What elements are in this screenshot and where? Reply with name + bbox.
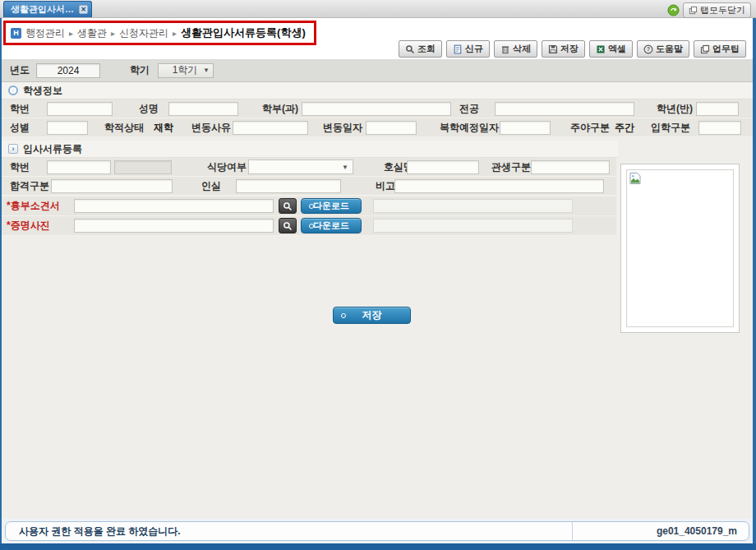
chest-report-download-button[interactable]: 다운로드 — [301, 198, 362, 214]
doc-student-no-input[interactable] — [47, 160, 111, 174]
entry-docs-title: 입사서류등록 — [23, 142, 82, 156]
semester-select[interactable]: 1학기 ▼ — [158, 63, 214, 78]
trash-icon — [500, 44, 510, 54]
entry-docs-row-1: 학번 식당여부 ▼ 호실명 관생구분 — [2, 158, 616, 177]
cafeteria-label: 식당여부 — [199, 160, 248, 174]
academic-status-value: 재학 — [147, 121, 180, 135]
svg-text:?: ? — [647, 46, 650, 52]
id-photo-file-input[interactable] — [74, 219, 274, 233]
note-input[interactable] — [394, 179, 604, 193]
download-label: 다운로드 — [313, 200, 349, 212]
help-icon: ? — [643, 44, 653, 54]
room-capacity-input[interactable] — [236, 179, 341, 193]
section-entry-docs: › 입사서류등록 — [2, 141, 618, 158]
room-capacity-label: 인실 — [193, 179, 236, 193]
pass-type-label: 합격구분 — [2, 179, 51, 193]
admission-type-input[interactable] — [698, 121, 741, 135]
search-button-label: 조회 — [417, 43, 436, 55]
delete-button-label: 삭제 — [513, 43, 531, 55]
return-date-input[interactable] — [500, 121, 551, 135]
id-photo-search-button[interactable] — [279, 218, 297, 233]
save-toolbar-button[interactable]: 저장 — [542, 40, 585, 58]
cafeteria-select[interactable]: ▼ — [248, 159, 353, 174]
button-bullet-icon — [309, 224, 314, 229]
search-button[interactable]: 조회 — [399, 40, 442, 58]
student-no-label: 학번 — [2, 102, 47, 116]
button-bullet-icon — [309, 204, 314, 209]
toolbar: 조회 신규 삭제 저장 엑셀 ? — [399, 40, 746, 58]
change-reason-label: 변동사유 — [183, 121, 233, 135]
status-bar: 사용자 권한 적용을 완료 하였습니다. ge01_4050179_m — [5, 521, 749, 541]
semester-label: 학기 — [130, 63, 150, 77]
section-student-info: 학생정보 — [2, 82, 753, 99]
excel-button[interactable]: 엑셀 — [589, 40, 633, 58]
home-icon: H — [11, 28, 21, 39]
student-no-input[interactable] — [47, 102, 113, 116]
id-photo-row: *증명사진 다운로드 — [2, 216, 616, 236]
chest-report-label: *흉부소견서 — [2, 199, 74, 213]
major-label: 전공 — [451, 102, 495, 116]
chest-report-search-button[interactable] — [279, 198, 297, 214]
worktip-button[interactable]: 업무팁 — [694, 40, 746, 58]
doc-student-no-label: 학번 — [2, 160, 47, 174]
button-bullet-icon — [341, 313, 346, 318]
admission-type-label: 입학구분 — [643, 121, 689, 135]
gender-input[interactable] — [47, 121, 88, 135]
application-window: 생활관입사서… ✕ 탭모두닫기 H 행정관리 ▸ 생활관 — [0, 0, 756, 550]
room-name-input[interactable] — [407, 160, 479, 174]
photo-preview — [620, 164, 740, 333]
year-label: 년도 — [10, 63, 30, 77]
name-label: 성명 — [131, 102, 168, 116]
photo-preview-frame — [626, 169, 734, 327]
tab-label: 생활관입사서… — [11, 3, 79, 16]
delete-button[interactable]: 삭제 — [494, 40, 537, 58]
grade-input[interactable] — [696, 102, 739, 116]
gender-label: 성별 — [2, 121, 47, 135]
year-input[interactable] — [36, 63, 100, 78]
breadcrumb-current-page: 생활관입사서류등록(학생) — [181, 25, 306, 40]
chest-report-row: *흉부소견서 다운로드 — [2, 196, 616, 216]
room-name-label: 호실명 — [376, 160, 407, 174]
download-label: 다운로드 — [313, 220, 349, 232]
return-date-label: 복학예정일자 — [431, 121, 500, 135]
help-button-label: 도움말 — [656, 43, 683, 55]
new-document-icon — [453, 44, 463, 54]
grade-label: 학년(반) — [648, 102, 696, 116]
day-night-label: 주야구분 — [562, 121, 610, 135]
breadcrumb-item[interactable]: 행정관리 — [25, 26, 65, 40]
section-bullet-icon — [8, 86, 18, 95]
breadcrumb-item[interactable]: 신청자관리 — [119, 26, 168, 40]
tab-close-icon[interactable]: ✕ — [79, 5, 88, 14]
main-content: 학생정보 학번 성명 학부(과) 전공 학년(반) 성별 학적상태 재학 변동사… — [2, 82, 753, 519]
window-bottom-border — [0, 543, 756, 550]
breadcrumb-separator: ▸ — [173, 29, 177, 38]
change-date-input[interactable] — [366, 121, 417, 135]
close-all-tabs-button[interactable]: 탭모두닫기 — [683, 2, 751, 18]
save-button[interactable]: 저장 — [333, 307, 411, 324]
save-icon — [548, 44, 558, 54]
help-button[interactable]: ? 도움말 — [637, 40, 689, 58]
student-info-row-2: 성별 학적상태 재학 변동사유 변동일자 복학예정일자 주야구분 주간 입학구분 — [2, 118, 753, 137]
chevron-down-icon: ▼ — [203, 67, 210, 74]
breadcrumb: H 행정관리 ▸ 생활관 ▸ 신청자관리 ▸ 생활관입사서류등록(학생) — [3, 21, 316, 45]
chest-report-file-input[interactable] — [74, 199, 274, 213]
semester-value: 1학기 — [167, 63, 203, 77]
pass-type-input[interactable] — [51, 179, 173, 193]
new-button[interactable]: 신규 — [446, 40, 490, 58]
breadcrumb-item[interactable]: 생활관 — [77, 26, 107, 40]
search-icon — [405, 44, 415, 54]
resident-type-label: 관생구분 — [483, 160, 531, 174]
id-photo-download-button[interactable]: 다운로드 — [301, 218, 362, 233]
breadcrumb-separator: ▸ — [111, 29, 115, 38]
department-input[interactable] — [302, 102, 451, 116]
tab-dormitory-entry[interactable]: 생활관입사서… ✕ — [3, 1, 92, 17]
resident-type-input[interactable] — [531, 160, 610, 174]
change-reason-input[interactable] — [233, 121, 308, 135]
quick-launch-icon[interactable] — [667, 4, 680, 16]
name-input[interactable] — [168, 102, 238, 116]
chevron-down-icon: ▼ — [342, 164, 348, 171]
note-label: 비고 — [367, 179, 394, 193]
major-input[interactable] — [495, 102, 634, 116]
id-photo-filename-readonly — [373, 219, 573, 233]
department-label: 학부(과) — [254, 102, 302, 116]
